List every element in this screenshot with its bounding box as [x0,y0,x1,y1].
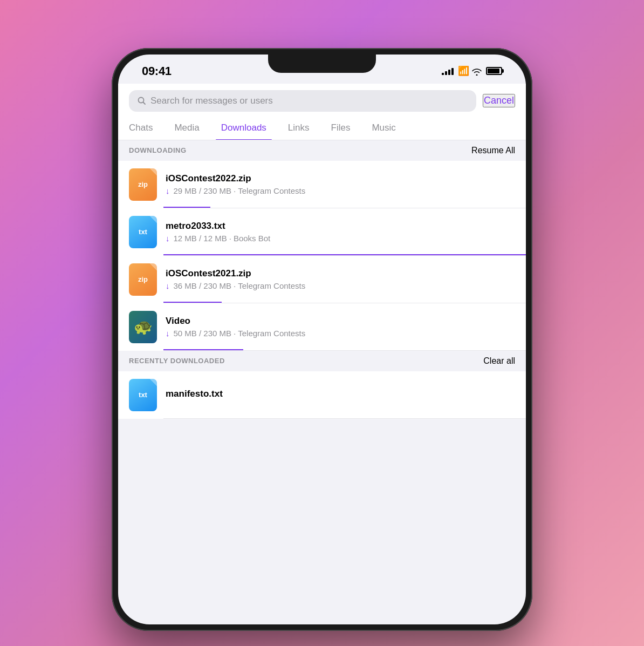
download-item[interactable]: zip iOSContest2021.zip ↓ 36 MB / 230 MB … [118,256,526,303]
tab-media[interactable]: Media [163,118,210,140]
file-name: iOSContest2021.zip [166,268,515,279]
file-info: metro2033.txt ↓ 12 MB / 12 MB · Books Bo… [166,221,515,243]
download-item[interactable]: 🐢 Video ↓ 50 MB / 230 MB · Telegram Cont… [118,303,526,351]
file-name: metro2033.txt [166,221,515,232]
file-size: 29 MB / 230 MB [174,186,232,195]
wifi-icon: 📶 [458,65,482,77]
file-source: Telegram Contests [238,329,305,338]
file-name: iOSContest2022.zip [166,173,515,184]
download-arrow-icon: ↓ [166,329,170,338]
status-time: 09:41 [142,64,172,78]
file-name: Video [166,316,515,327]
download-arrow-icon: ↓ [166,186,170,195]
recently-downloaded-section-header: RECENTLY DOWNLOADED Clear all [118,351,526,371]
signal-icon [442,67,454,75]
video-thumbnail: 🐢 [129,311,157,343]
downloading-label: DOWNLOADING [129,146,187,154]
progress-bar-4 [163,349,243,350]
download-item[interactable]: txt metro2033.txt ↓ 12 MB / 12 MB · Book… [118,208,526,256]
search-icon [138,97,146,105]
progress-bar-2 [163,254,526,255]
tab-links[interactable]: Links [277,118,320,140]
recently-downloaded-list: txt manifesto.txt [118,371,526,419]
download-arrow-icon: ↓ [166,281,170,290]
zip-file-icon: zip [129,263,157,296]
cancel-button[interactable]: Cancel [483,94,515,107]
battery-fill [488,69,499,73]
download-item[interactable]: zip iOSContest2022.zip ↓ 29 MB / 230 MB … [118,161,526,208]
search-placeholder: Search for messages or users [150,96,273,106]
progress-bar-3 [163,302,222,303]
recently-downloaded-label: RECENTLY DOWNLOADED [129,357,225,365]
txt-file-icon: txt [129,379,157,411]
file-source: Books Bot [234,234,270,243]
search-bar-container: Search for messages or users Cancel [118,84,526,112]
file-info: manifesto.txt [166,389,515,402]
file-meta: ↓ 29 MB / 230 MB · Telegram Contests [166,186,515,195]
notch [268,55,376,73]
tab-chats[interactable]: Chats [118,118,163,140]
file-source: Telegram Contests [238,186,305,195]
phone-frame: 09:41 📶 [112,48,532,631]
file-source: Telegram Contests [238,281,305,290]
status-icons: 📶 [442,65,502,77]
zip-file-icon: zip [129,168,157,201]
file-name: manifesto.txt [166,389,515,399]
resume-all-button[interactable]: Resume All [471,146,515,155]
clear-all-button[interactable]: Clear all [483,356,515,366]
file-info: iOSContest2022.zip ↓ 29 MB / 230 MB · Te… [166,173,515,195]
file-meta: ↓ 12 MB / 12 MB · Books Bot [166,234,515,243]
download-list: zip iOSContest2022.zip ↓ 29 MB / 230 MB … [118,161,526,351]
file-info: iOSContest2021.zip ↓ 36 MB / 230 MB · Te… [166,268,515,290]
separator: · [234,329,236,338]
file-meta: ↓ 36 MB / 230 MB · Telegram Contests [166,281,515,290]
file-info: Video ↓ 50 MB / 230 MB · Telegram Contes… [166,316,515,338]
progress-bar-1 [163,207,210,208]
file-size: 50 MB / 230 MB [174,329,232,338]
txt-file-icon: txt [129,216,157,248]
separator: · [234,281,236,290]
file-meta: ↓ 50 MB / 230 MB · Telegram Contests [166,329,515,338]
search-bar[interactable]: Search for messages or users [129,90,476,112]
file-size: 12 MB / 12 MB [174,234,227,243]
main-content: Search for messages or users Cancel Chat… [118,84,526,419]
battery-icon [486,67,502,75]
download-arrow-icon: ↓ [166,234,170,243]
tab-files[interactable]: Files [320,118,361,140]
download-item[interactable]: txt manifesto.txt [118,371,526,419]
separator: · [229,234,231,243]
file-size: 36 MB / 230 MB [174,281,232,290]
downloading-section-header: DOWNLOADING Resume All [118,140,526,161]
phone-screen: 09:41 📶 [118,55,526,624]
tab-music[interactable]: Music [361,118,406,140]
tab-downloads[interactable]: Downloads [210,118,277,140]
separator: · [234,186,236,195]
tabs-container: Chats Media Downloads Links Files Music [118,112,526,140]
